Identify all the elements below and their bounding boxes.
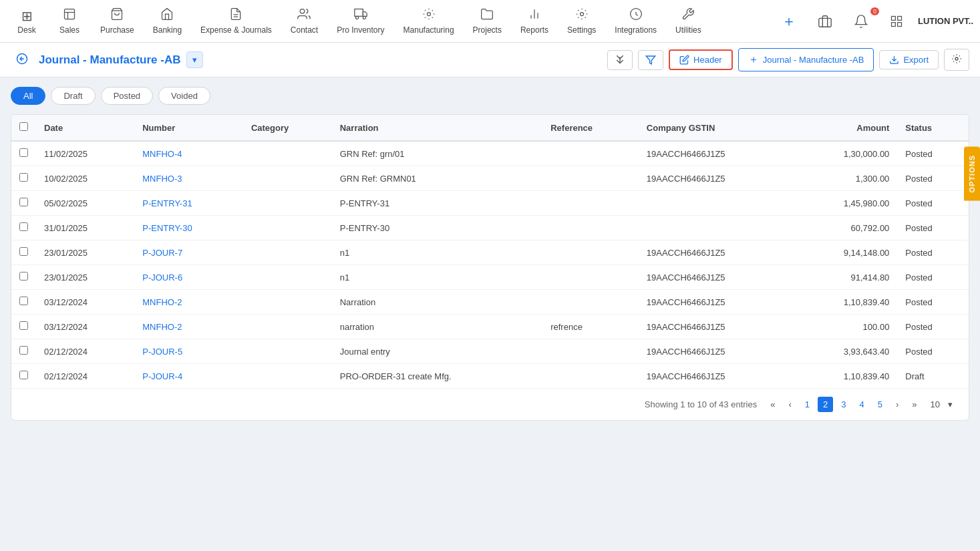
select-all-checkbox[interactable] — [19, 122, 28, 131]
row-checkbox-9[interactable] — [19, 371, 28, 379]
per-page-dropdown[interactable]: ▾ — [943, 397, 958, 412]
row-checkbox-1[interactable] — [19, 173, 28, 182]
filter-tab-all[interactable]: All — [11, 87, 45, 105]
cell-status: Posted — [897, 191, 969, 216]
contact-icon — [297, 7, 311, 24]
first-page-button[interactable]: « — [765, 397, 780, 412]
cell-number[interactable]: P-JOUR-7 — [134, 240, 243, 265]
row-checkbox-0[interactable] — [19, 148, 28, 157]
cell-status: Posted — [897, 315, 969, 339]
filter-button[interactable] — [638, 50, 663, 70]
filter-tab-voided[interactable]: Voided — [158, 87, 210, 105]
page-2-button[interactable]: 2 — [818, 397, 833, 412]
row-checkbox-3[interactable] — [19, 222, 28, 231]
nav-label-projects: Projects — [473, 25, 502, 35]
cell-number[interactable]: MNFHO-4 — [134, 141, 243, 166]
nav-item-projects[interactable]: Projects — [465, 2, 510, 40]
number-link[interactable]: P-JOUR-4 — [142, 371, 182, 381]
add-new-button[interactable]: ＋ — [775, 7, 803, 35]
company-name[interactable]: LUTION PVT.. — [918, 16, 973, 26]
page-1-button[interactable]: 1 — [800, 397, 815, 412]
row-checkbox-cell — [11, 339, 36, 364]
integrations-icon — [629, 7, 643, 24]
back-button[interactable] — [11, 50, 33, 70]
number-link[interactable]: P-ENTRY-30 — [142, 223, 192, 233]
cell-number[interactable]: P-ENTRY-31 — [134, 191, 243, 216]
next-page-button[interactable]: › — [890, 397, 904, 412]
svg-marker-8 — [363, 12, 367, 17]
header-date: Date — [36, 115, 134, 141]
title-dropdown-button[interactable]: ▾ — [186, 51, 203, 68]
row-checkbox-6[interactable] — [19, 297, 28, 305]
cell-number[interactable]: MNFHO-2 — [134, 315, 243, 339]
table-row: 23/01/2025 P-JOUR-7 n1 19AACCH6466J1Z5 9… — [11, 240, 969, 265]
cell-number[interactable]: P-ENTRY-30 — [134, 216, 243, 240]
transfer-icon-button[interactable] — [811, 10, 839, 33]
cell-number[interactable]: P-JOUR-6 — [134, 265, 243, 290]
nav-item-pro-inventory[interactable]: Pro Inventory — [329, 2, 392, 40]
nav-item-banking[interactable]: Banking — [145, 2, 190, 40]
table-row: 11/02/2025 MNFHO-4 GRN Ref: grn/01 19AAC… — [11, 141, 969, 166]
cell-date: 23/01/2025 — [36, 240, 134, 265]
cell-reference — [542, 265, 639, 290]
cell-gstin: 19AACCH6466J1Z5 — [639, 265, 795, 290]
number-link[interactable]: MNFHO-2 — [142, 297, 182, 307]
projects-icon — [480, 7, 494, 24]
table-row: 03/12/2024 MNFHO-2 narration refrence 19… — [11, 315, 969, 339]
filter-tab-posted[interactable]: Posted — [101, 87, 153, 105]
export-button[interactable]: Export — [879, 50, 939, 69]
row-checkbox-2[interactable] — [19, 198, 28, 206]
row-checkbox-7[interactable] — [19, 321, 28, 330]
cell-status: Posted — [897, 240, 969, 265]
number-link[interactable]: P-JOUR-6 — [142, 272, 182, 283]
cell-date: 03/12/2024 — [36, 290, 134, 315]
per-page-area: 10 ▾ — [931, 397, 958, 412]
nav-item-expense[interactable]: Expense & Journals — [192, 2, 280, 40]
nav-item-contact[interactable]: Contact — [283, 2, 326, 40]
settings-icon — [575, 7, 589, 24]
number-link[interactable]: MNFHO-3 — [142, 174, 182, 184]
nav-label-contact: Contact — [291, 25, 318, 35]
nav-label-pro-inventory: Pro Inventory — [337, 25, 384, 35]
header-button[interactable]: Header — [669, 49, 733, 70]
cell-number[interactable]: MNFHO-2 — [134, 290, 243, 315]
filter-bar: All Draft Posted Voided — [0, 77, 980, 105]
add-journal-button[interactable]: ＋ Journal - Manufacture -AB — [738, 48, 874, 71]
page-4-button[interactable]: 4 — [854, 397, 869, 412]
number-link[interactable]: P-JOUR-7 — [142, 248, 182, 258]
sort-button[interactable] — [607, 50, 633, 70]
nav-item-sales[interactable]: Sales — [49, 2, 90, 40]
cell-number[interactable]: MNFHO-3 — [134, 166, 243, 191]
prev-page-button[interactable]: ‹ — [783, 397, 796, 412]
row-checkbox-5[interactable] — [19, 272, 28, 281]
nav-item-reports[interactable]: Reports — [512, 2, 556, 40]
table-settings-button[interactable] — [944, 49, 969, 71]
nav-item-manufacturing[interactable]: Manufacturing — [395, 2, 462, 40]
page-3-button[interactable]: 3 — [836, 397, 851, 412]
nav-label-expense: Expense & Journals — [200, 25, 272, 35]
cell-number[interactable]: P-JOUR-4 — [134, 364, 243, 389]
nav-label-settings: Settings — [567, 25, 596, 35]
number-link[interactable]: MNFHO-4 — [142, 149, 182, 159]
reports-icon — [528, 7, 541, 24]
number-link[interactable]: P-JOUR-5 — [142, 347, 182, 357]
filter-tab-draft[interactable]: Draft — [51, 87, 95, 105]
apps-grid-button[interactable] — [883, 11, 910, 32]
nav-item-integrations[interactable]: Integrations — [607, 2, 665, 40]
row-checkbox-4[interactable] — [19, 247, 28, 256]
page-5-button[interactable]: 5 — [872, 397, 888, 412]
nav-item-settings[interactable]: Settings — [559, 2, 604, 40]
last-page-button[interactable]: » — [907, 397, 922, 412]
nav-item-purchase[interactable]: Purchase — [92, 2, 142, 40]
nav-label-banking: Banking — [153, 25, 182, 35]
cell-number[interactable]: P-JOUR-5 — [134, 339, 243, 364]
nav-right: ＋ 0 LUTION PVT.. — [775, 7, 973, 35]
cell-date: 11/02/2025 — [36, 141, 134, 166]
number-link[interactable]: P-ENTRY-31 — [142, 198, 192, 208]
nav-label-utilities: Utilities — [675, 25, 701, 35]
number-link[interactable]: MNFHO-2 — [142, 322, 182, 332]
nav-item-utilities[interactable]: Utilities — [667, 2, 709, 40]
nav-item-desk[interactable]: ⊞ Desk — [7, 3, 47, 40]
options-tab[interactable]: OPTIONS — [964, 147, 980, 201]
row-checkbox-8[interactable] — [19, 346, 28, 355]
